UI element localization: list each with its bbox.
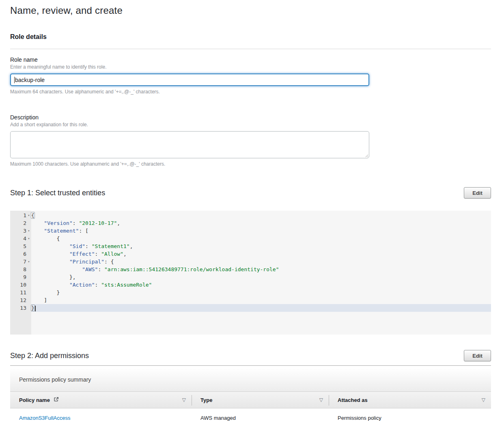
fold-arrow-icon[interactable]: ▾ [26, 258, 31, 266]
step2-header-row: Step 2: Add permissions Edit [10, 350, 491, 361]
code-line: 7▾ "Principal": { [10, 258, 491, 266]
table-row: AmazonS3FullAccess AWS managed Permissio… [10, 408, 491, 421]
line-number: 13 [10, 304, 31, 312]
code-line: 1▾{ [10, 212, 491, 219]
main-content: Name, review, and create Role details Ro… [10, 0, 491, 421]
role-name-input-wrap [10, 73, 369, 86]
code-line: 5 "Sid": "Statement1", [10, 242, 491, 250]
line-number: 4▾ [10, 235, 31, 242]
matched-bracket: } [31, 304, 35, 311]
step2-heading: Step 2: Add permissions [10, 352, 89, 360]
description-help: Add a short explanation for this role. [10, 122, 491, 127]
role-details-divider [10, 49, 491, 49]
code-line: 12 ] [10, 296, 491, 304]
code-line: 11 } [10, 289, 491, 296]
line-number: 6 [10, 250, 31, 258]
column-header-attached-as[interactable]: Attached as ▽ [329, 392, 491, 408]
step2-divider [10, 365, 491, 366]
type-column-label: Type [200, 397, 212, 403]
code-text: "Version": "2012-10-17", [31, 219, 491, 227]
code-text: "Sid": "Statement1", [31, 242, 491, 250]
role-name-constraint: Maximum 64 characters. Use alphanumeric … [10, 89, 491, 95]
code-text: { [31, 235, 491, 242]
code-line: 4▾ { [10, 235, 491, 242]
fold-arrow-icon[interactable]: ▾ [26, 235, 31, 242]
policy-name-column-label: Policy name [19, 397, 50, 403]
code-line: 2 "Version": "2012-10-17", [10, 219, 491, 227]
column-header-type[interactable]: Type ▽ [192, 392, 329, 408]
code-text: "Effect": "Allow", [31, 250, 491, 258]
policy-attached-as-cell: Permissions policy [329, 415, 491, 421]
code-line: 3▾ "Statement": [ [10, 227, 491, 235]
line-number: 12 [10, 296, 31, 304]
step1-heading: Step 1: Select trusted entities [10, 189, 105, 197]
code-line: 8 "AWS": "arn:aws:iam::541263489771:role… [10, 266, 491, 273]
step1-header-row: Step 1: Select trusted entities Edit [10, 187, 491, 199]
code-line: 10 "Action": "sts:AssumeRole" [10, 281, 491, 289]
policy-type-cell: AWS managed [192, 415, 329, 421]
permissions-panel: Permissions policy summary Policy name ▽ [10, 368, 491, 421]
code-line: 13} [10, 304, 491, 312]
line-number: 5 [10, 242, 31, 250]
code-text: "Statement": [ [31, 227, 491, 235]
line-number: 8 [10, 266, 31, 273]
column-header-policy-name[interactable]: Policy name ▽ [10, 392, 192, 408]
description-textarea-wrap [10, 131, 369, 158]
page-title: Name, review, and create [10, 0, 491, 16]
code-text: } [31, 304, 491, 312]
policy-name-cell: AmazonS3FullAccess [10, 415, 192, 421]
code-text: ] [31, 296, 491, 304]
code-line: 6 "Effect": "Allow", [10, 250, 491, 258]
line-number: 7▾ [10, 258, 31, 266]
line-number: 3▾ [10, 227, 31, 235]
description-label: Description [10, 114, 491, 121]
sort-icon[interactable]: ▽ [482, 397, 485, 402]
attached-as-column-label: Attached as [338, 397, 368, 403]
code-line: 9 }, [10, 273, 491, 281]
step1-edit-button[interactable]: Edit [464, 187, 491, 199]
line-number: 10 [10, 281, 31, 289]
line-number: 1▾ [10, 212, 31, 219]
role-details-heading: Role details [10, 33, 491, 41]
external-link-icon [54, 397, 59, 403]
code-text: { [31, 212, 491, 219]
sort-icon[interactable]: ▽ [182, 397, 186, 402]
description-textarea[interactable] [10, 131, 369, 158]
editor-cursor [35, 306, 36, 311]
trust-policy-json-editor[interactable]: 1▾{2 "Version": "2012-10-17",3▾ "Stateme… [10, 211, 491, 335]
description-constraint: Maximum 1000 characters. Use alphanumeri… [10, 161, 491, 167]
line-number: 11 [10, 289, 31, 296]
permissions-panel-header: Permissions policy summary [10, 368, 491, 391]
line-number: 9 [10, 273, 31, 281]
permissions-panel-title: Permissions policy summary [19, 376, 91, 383]
text-caret [14, 77, 15, 83]
matched-bracket: { [31, 212, 35, 219]
code-text: "AWS": "arn:aws:iam::541263489771:role/w… [31, 266, 491, 273]
permissions-table-header: Policy name ▽ Type ▽ Attached as [10, 391, 491, 408]
code-text: "Action": "sts:AssumeRole" [31, 281, 491, 289]
fold-arrow-icon[interactable]: ▾ [26, 227, 31, 235]
role-name-help: Enter a meaningful name to identify this… [10, 64, 491, 70]
line-number: 2 [10, 219, 31, 227]
step2-edit-button[interactable]: Edit [464, 350, 491, 361]
role-name-input[interactable] [10, 73, 369, 86]
role-name-label: Role name [10, 56, 491, 63]
code-text: }, [31, 273, 491, 281]
policy-name-link[interactable]: AmazonS3FullAccess [19, 415, 70, 421]
sort-icon[interactable]: ▽ [319, 397, 323, 402]
code-text: "Principal": { [31, 258, 491, 266]
code-text: } [31, 289, 491, 296]
